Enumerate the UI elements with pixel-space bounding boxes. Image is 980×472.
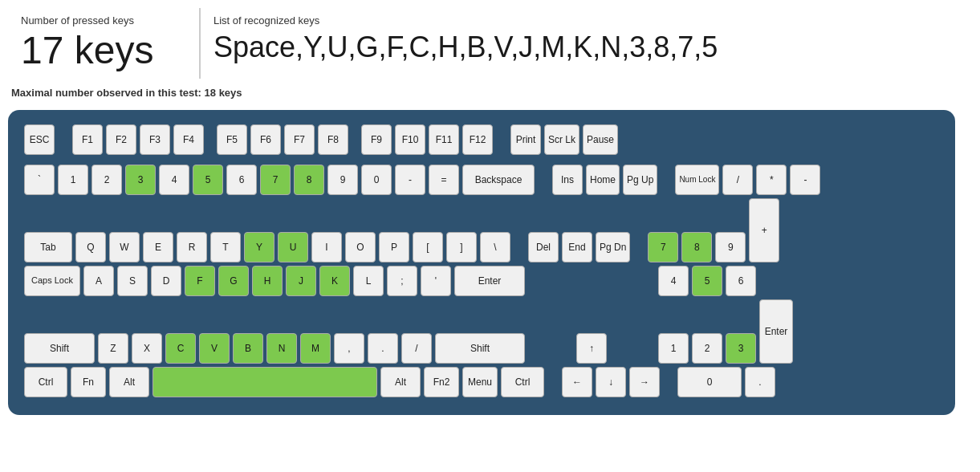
key-f3[interactable]: F3 (140, 124, 170, 155)
key-1[interactable]: 1 (58, 165, 88, 195)
key-f11[interactable]: F11 (429, 124, 459, 155)
key-r[interactable]: R (177, 232, 207, 262)
key-g[interactable]: G (218, 266, 249, 296)
key-shift-right[interactable]: Shift (435, 333, 525, 364)
key-8[interactable]: 8 (294, 165, 324, 195)
key-f[interactable]: F (185, 266, 215, 296)
key-period[interactable]: . (368, 333, 398, 364)
key-f7[interactable]: F7 (284, 124, 315, 155)
key-y[interactable]: Y (244, 232, 274, 262)
key-q[interactable]: Q (75, 232, 106, 262)
key-capslock[interactable]: Caps Lock (24, 266, 80, 296)
key-del[interactable]: Del (528, 232, 559, 262)
key-f12[interactable]: F12 (462, 124, 493, 155)
key-right[interactable]: → (629, 367, 660, 397)
key-n[interactable]: N (266, 333, 297, 364)
key-numlock[interactable]: Num Lock (675, 165, 719, 195)
key-esc[interactable]: ESC (24, 124, 55, 155)
key-num-minus[interactable]: - (790, 165, 820, 195)
key-num-8[interactable]: 8 (681, 232, 712, 262)
key-5[interactable]: 5 (193, 165, 223, 195)
key-ctrl-right[interactable]: Ctrl (501, 367, 544, 397)
key-num-star[interactable]: * (756, 165, 787, 195)
key-w[interactable]: W (109, 232, 140, 262)
key-menu[interactable]: Menu (462, 367, 498, 397)
key-d[interactable]: D (151, 266, 181, 296)
key-f8[interactable]: F8 (318, 124, 348, 155)
key-fn2[interactable]: Fn2 (424, 367, 459, 397)
key-num-2[interactable]: 2 (692, 333, 722, 364)
key-f1[interactable]: F1 (72, 124, 103, 155)
key-ctrl-left[interactable]: Ctrl (24, 367, 67, 397)
key-f10[interactable]: F10 (395, 124, 425, 155)
key-tab[interactable]: Tab (24, 232, 72, 262)
key-v[interactable]: V (199, 333, 230, 364)
key-pause[interactable]: Pause (583, 124, 618, 155)
key-7[interactable]: 7 (260, 165, 291, 195)
key-p[interactable]: P (379, 232, 409, 262)
key-minus[interactable]: - (395, 165, 425, 195)
key-num-3[interactable]: 3 (726, 333, 756, 364)
key-num-enter[interactable]: Enter (759, 299, 793, 364)
key-num-7[interactable]: 7 (648, 232, 678, 262)
key-scrlk[interactable]: Scr Lk (544, 124, 579, 155)
key-alt-left[interactable]: Alt (109, 367, 149, 397)
key-i[interactable]: I (311, 232, 342, 262)
key-semicolon[interactable]: ; (387, 266, 417, 296)
key-enter[interactable]: Enter (454, 266, 525, 296)
key-ins[interactable]: Ins (552, 165, 583, 195)
key-x[interactable]: X (132, 333, 162, 364)
key-c[interactable]: C (165, 333, 196, 364)
key-num-9[interactable]: 9 (715, 232, 746, 262)
key-e[interactable]: E (143, 232, 173, 262)
key-backspace[interactable]: Backspace (462, 165, 535, 195)
key-left[interactable]: ← (562, 367, 592, 397)
key-u[interactable]: U (278, 232, 308, 262)
key-j[interactable]: J (286, 266, 316, 296)
key-pgup[interactable]: Pg Up (623, 165, 657, 195)
key-space[interactable] (152, 367, 377, 397)
key-2[interactable]: 2 (91, 165, 122, 195)
key-num-4[interactable]: 4 (658, 266, 689, 296)
key-num-6[interactable]: 6 (726, 266, 756, 296)
key-3[interactable]: 3 (125, 165, 156, 195)
key-l[interactable]: L (353, 266, 384, 296)
key-b[interactable]: B (233, 333, 263, 364)
key-fn[interactable]: Fn (71, 367, 106, 397)
key-0[interactable]: 0 (361, 165, 392, 195)
key-k[interactable]: K (319, 266, 350, 296)
key-h[interactable]: H (252, 266, 283, 296)
key-pgdn[interactable]: Pg Dn (596, 232, 630, 262)
key-num-dot[interactable]: . (745, 367, 775, 397)
key-4[interactable]: 4 (159, 165, 189, 195)
key-down[interactable]: ↓ (596, 367, 626, 397)
key-up[interactable]: ↑ (576, 333, 607, 364)
key-6[interactable]: 6 (226, 165, 257, 195)
key-m[interactable]: M (300, 333, 331, 364)
key-alt-right[interactable]: Alt (380, 367, 421, 397)
key-a[interactable]: A (83, 266, 114, 296)
key-comma[interactable]: , (334, 333, 364, 364)
key-f2[interactable]: F2 (106, 124, 136, 155)
key-f5[interactable]: F5 (217, 124, 247, 155)
key-f6[interactable]: F6 (250, 124, 281, 155)
key-fwdslash[interactable]: / (401, 333, 432, 364)
key-quote[interactable]: ' (421, 266, 451, 296)
key-num-slash[interactable]: / (722, 165, 753, 195)
key-num-5[interactable]: 5 (692, 266, 722, 296)
key-9[interactable]: 9 (327, 165, 358, 195)
key-z[interactable]: Z (98, 333, 128, 364)
key-equals[interactable]: = (429, 165, 459, 195)
key-num-0[interactable]: 0 (677, 367, 742, 397)
key-backtick[interactable]: ` (24, 165, 55, 195)
key-f9[interactable]: F9 (361, 124, 392, 155)
key-o[interactable]: O (345, 232, 376, 262)
key-home[interactable]: Home (586, 165, 620, 195)
key-f4[interactable]: F4 (173, 124, 204, 155)
key-num-1[interactable]: 1 (658, 333, 689, 364)
key-end[interactable]: End (562, 232, 592, 262)
key-backslash[interactable]: \ (480, 232, 510, 262)
key-s[interactable]: S (117, 266, 148, 296)
key-num-plus[interactable]: + (749, 198, 779, 262)
key-rbracket[interactable]: ] (446, 232, 477, 262)
